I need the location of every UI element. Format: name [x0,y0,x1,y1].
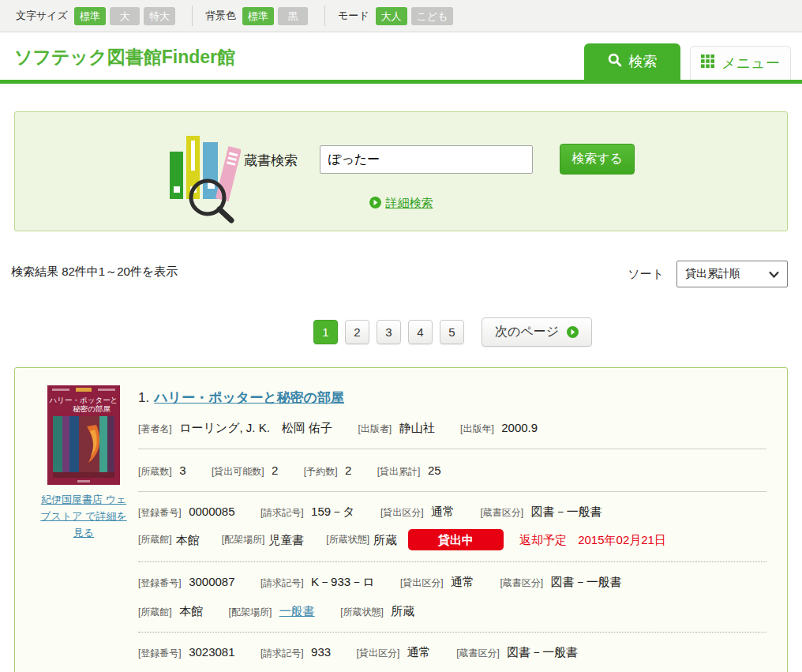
font-size-large-button[interactable]: 大 [110,7,140,25]
advanced-search-row: 詳細検索 [15,196,787,211]
result-item-panel: ハリー・ポッターと 秘密の部屋 紀伊国屋書店 ウェブストア で詳細を見る 1.ハ… [14,367,788,672]
call-number-label: [請求記号] [260,577,304,588]
sort-control: ソート 貸出累計順 [628,261,788,287]
return-due-info: 返却予定 2015年02月21日 [519,529,666,550]
cover-title-line1: ハリー・ポッターと [49,396,118,404]
header-tabs: 検索 メニュー [584,43,791,80]
status-label: [所蔵状態] [340,606,384,618]
search-submit-button[interactable]: 検索する [560,144,635,175]
library-label: [所蔵館] [138,529,172,550]
collection-type-label: [蔵書区分] [481,507,524,518]
copy-detail-row: [登録番号] 3000087 [請求記号] K－933－ロ [貸出区分] 通常 … [138,573,766,591]
next-page-label: 次のページ [495,324,559,340]
result-left-column: ハリー・ポッターと 秘密の部屋 紀伊国屋書店 ウェブストア で詳細を見る [39,384,129,672]
search-panel: 蔵書検索 検索する 詳細検索 [14,111,788,231]
pagination-pages: 1 2 3 4 5 次のページ [313,317,592,347]
font-size-group: 文字サイズ 標準 大 特大 [3,6,192,26]
available-value: 2 [272,464,278,477]
publisher-value: 静山社 [399,421,435,434]
reservations-value: 2 [345,464,351,477]
mode-adult-button[interactable]: 大人 [376,7,407,25]
library-value: 本館 [179,604,203,618]
copy-record: [登録番号] 0000085 [請求記号] 159－タ [貸出区分] 通常 [蔵… [138,503,766,550]
mode-kids-button[interactable]: こども [411,7,454,25]
tab-menu[interactable]: メニュー [690,46,791,80]
shelf-value: 児童書 [268,529,304,550]
page-button-2[interactable]: 2 [345,320,369,344]
kinokuniya-store-link[interactable]: 紀伊国屋書店 ウェブストア で詳細を見る [39,492,128,541]
mode-label: モード [338,9,369,23]
result-right-column: 1.ハリー・ポッターと秘密の部屋 [著者名] ローリング, J. K. 松岡 佑… [129,384,766,672]
font-size-label: 文字サイズ [16,9,68,23]
publisher-label: [出版者] [358,423,392,434]
sort-selected-value: 貸出累計順 [685,267,740,281]
chevron-down-icon [769,271,779,278]
reg-number-label: [登録番号] [138,507,182,518]
dotted-divider [138,632,766,633]
arrow-circle-icon [369,197,381,208]
collection-type-value: 図書－一般書 [507,645,578,659]
results-summary: 検索結果 82件中1～20件を表示 [11,265,178,280]
grid-icon [701,54,714,72]
loan-type-label: [貸出区分] [380,507,424,518]
tab-search[interactable]: 検索 [584,43,680,80]
shelf-label: [配架場所] [229,606,272,618]
library-label: [所蔵館] [138,606,172,618]
search-input[interactable] [320,145,533,174]
collection-type-value: 図書－一般書 [551,575,622,588]
call-number-value: K－933－ロ [311,575,374,588]
library-value: 本館 [176,529,200,550]
status-value: 所蔵 [391,604,414,618]
tab-menu-label: メニュー [721,54,779,73]
collection-type-label: [蔵書区分] [456,648,500,659]
copy-detail-row: [登録番号] 3023081 [請求記号] 933 [貸出区分] 通常 [蔵書区… [138,644,766,662]
cover-title-line2: 秘密の部屋 [73,404,111,413]
results-meta: 検索結果 82件中1～20件を表示 ソート 貸出累計順 [14,231,788,296]
collection-type-label: [蔵書区分] [500,577,544,588]
bg-color-standard-button[interactable]: 標準 [242,7,274,25]
pubyear-label: [出版年] [460,423,494,434]
bg-color-black-button[interactable]: 黒 [278,7,308,25]
book-cover-image[interactable]: ハリー・ポッターと 秘密の部屋 [47,385,120,485]
call-number-label: [請求記号] [260,507,304,518]
books-magnifier-illustration-icon [168,128,241,227]
reg-number-label: [登録番号] [138,577,182,588]
page-button-5[interactable]: 5 [440,320,464,344]
reg-number-value: 3023081 [189,645,234,659]
page-button-4[interactable]: 4 [408,320,433,344]
call-number-value: 933 [311,645,331,659]
call-number-value: 159－タ [311,505,354,518]
next-page-button[interactable]: 次のページ [482,317,592,347]
book-title-link[interactable]: ハリー・ポッターと秘密の部屋 [154,390,344,405]
holdings-label: [所蔵数] [138,466,172,477]
pagination: 1 2 3 4 5 次のページ [0,296,802,350]
return-due-date: 2015年02月21日 [578,533,666,546]
call-number-label: [請求記号] [260,648,304,659]
loan-type-value: 通常 [451,575,474,588]
page-button-1[interactable]: 1 [313,320,338,344]
copy-record: [登録番号] 3023081 [請求記号] 933 [貸出区分] 通常 [蔵書区… [138,644,766,672]
tab-search-label: 検索 [629,52,658,71]
dotted-divider [138,561,766,562]
font-size-xlarge-button[interactable]: 特大 [144,7,175,25]
page-button-3[interactable]: 3 [377,320,401,344]
divider [138,491,766,492]
shelf-label: [配架場所] [222,529,265,550]
sort-select[interactable]: 貸出累計順 [676,261,788,287]
available-label: [貸出可能数] [212,466,264,477]
bg-color-label: 背景色 [205,9,236,23]
arrow-circle-icon [567,326,579,338]
status-value: 所蔵 [373,529,397,550]
loan-type-label: [貸出区分] [400,577,444,588]
biblio-row: [著者名] ローリング, J. K. 松岡 佑子 [出版者] 静山社 [出版年]… [138,419,766,437]
font-size-standard-button[interactable]: 標準 [74,7,106,25]
copy-location-row: [所蔵館] 本館 [配架場所] 一般書 [所蔵状態] 所蔵 [138,603,766,621]
accessibility-toolbar: 文字サイズ 標準 大 特大 背景色 標準 黒 モード 大人 こども [0,0,802,32]
stats-row: [所蔵数] 3 [貸出可能数] 2 [予約数] 2 [貸出累計] 25 [138,462,766,480]
pubyear-value: 2000.9 [501,421,538,434]
shelf-location-link[interactable]: 一般書 [279,604,315,618]
mode-group: モード 大人 こども [324,6,470,26]
search-field-label: 蔵書検索 [244,152,298,170]
loan-total-label: [貸出累計] [377,466,421,477]
advanced-search-link[interactable]: 詳細検索 [386,196,433,209]
